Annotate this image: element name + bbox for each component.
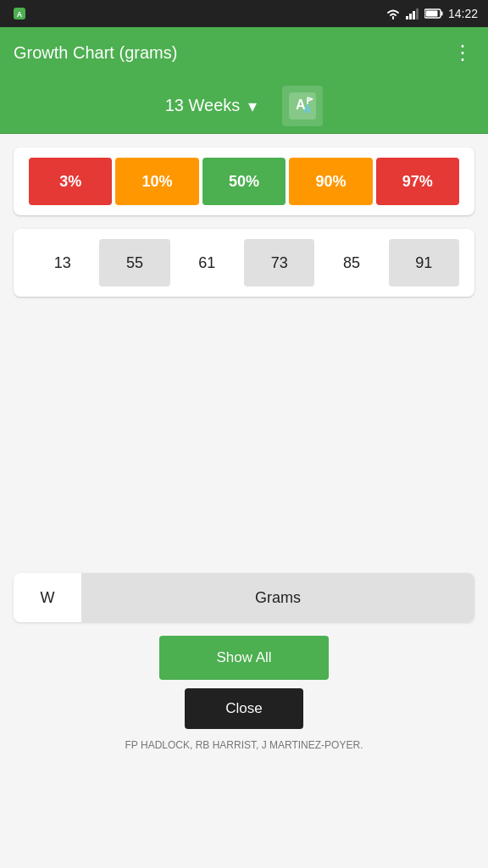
- values-card: 13 55 61 73 85 91: [14, 229, 474, 297]
- table-header: W Grams: [14, 573, 474, 622]
- app-bar: Growth Chart (grams) ⋮: [0, 27, 488, 78]
- percentile-cell-50: 50%: [202, 158, 286, 205]
- bottom-panel: W Grams Show All Close FP HADLOCK, RB HA…: [0, 573, 488, 758]
- percentile-row: 3% 10% 50% 90% 97%: [27, 158, 461, 205]
- svg-rect-7: [441, 12, 442, 16]
- table-col-grams: Grams: [81, 573, 474, 622]
- translate-button[interactable]: A A: [282, 86, 323, 126]
- translate-icon: A A: [287, 91, 318, 121]
- svg-rect-8: [425, 11, 437, 17]
- week-dropdown-icon: ▾: [248, 96, 257, 116]
- svg-rect-5: [416, 8, 419, 19]
- percentile-cell-90: 90%: [289, 158, 372, 205]
- percentile-cell-3: 3%: [29, 158, 112, 205]
- week-label: 13 Weeks: [165, 96, 241, 115]
- table-card: W Grams: [14, 573, 474, 622]
- app-title: Growth Chart (grams): [14, 43, 177, 63]
- week-selector[interactable]: 13 Weeks ▾ A A: [0, 78, 488, 134]
- status-bar-left: A: [10, 4, 29, 23]
- show-all-button[interactable]: Show All: [159, 636, 329, 680]
- value-cell-91: 91: [389, 239, 459, 287]
- value-cell-85: 85: [316, 239, 386, 287]
- svg-rect-2: [406, 16, 408, 19]
- values-row: 13 55 61 73 85 91: [27, 239, 461, 287]
- status-bar: A 14:22: [0, 0, 488, 27]
- percentile-cell-97: 97%: [376, 158, 459, 205]
- more-options-button[interactable]: ⋮: [452, 41, 474, 64]
- svg-text:A: A: [303, 103, 312, 115]
- value-cell-73: 73: [244, 239, 314, 287]
- status-time: 14:22: [448, 7, 478, 20]
- svg-text:A: A: [17, 10, 23, 19]
- battery-icon: [424, 8, 443, 19]
- app-icon: A: [10, 4, 29, 23]
- value-cell-61: 61: [172, 239, 242, 287]
- percentile-card: 3% 10% 50% 90% 97%: [14, 147, 474, 215]
- signal-icon: [406, 8, 419, 19]
- percentile-cell-10: 10%: [115, 158, 198, 205]
- main-content: 3% 10% 50% 90% 97% 13 55 6: [0, 134, 488, 310]
- table-col-w: W: [14, 589, 81, 607]
- citation: FP HADLOCK, RB HARRIST, J MARTINEZ-POYER…: [14, 739, 474, 758]
- value-cell-55: 55: [99, 239, 169, 287]
- close-button[interactable]: Close: [185, 688, 303, 729]
- wifi-icon: [385, 8, 401, 19]
- svg-rect-3: [409, 14, 412, 19]
- svg-rect-4: [413, 11, 415, 19]
- value-cell-13: 13: [27, 239, 97, 287]
- status-bar-right: 14:22: [385, 7, 478, 20]
